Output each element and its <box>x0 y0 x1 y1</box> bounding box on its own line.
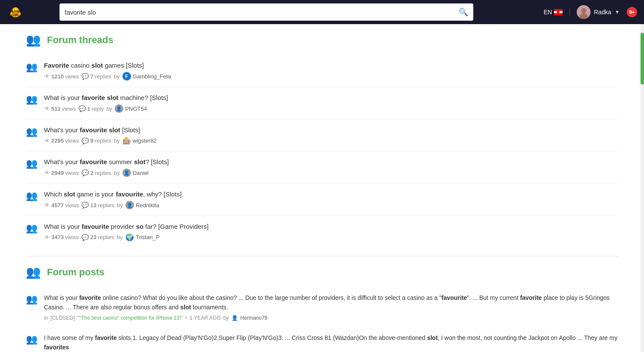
user-link[interactable]: 👤 Daniel <box>122 168 149 177</box>
reply-count: 23 <box>90 234 96 240</box>
chevron-down-icon: ▼ <box>615 9 620 15</box>
header: CASINO GURU 🔍 EN <box>0 0 644 24</box>
user-name: Radka <box>594 9 611 16</box>
thread-icon: 👥 <box>26 190 38 202</box>
by-label: by <box>117 234 123 240</box>
notification-badge[interactable]: 9+ <box>627 7 637 17</box>
reply-count: 2 <box>90 170 93 176</box>
reply-icon: 💬 <box>81 137 89 144</box>
username: wigster82 <box>133 137 157 144</box>
svg-rect-7 <box>554 9 563 11</box>
by-label: by <box>117 202 123 209</box>
thread-title[interactable]: Which slot game is your favourite, why? … <box>44 190 618 199</box>
post-tag: [CLOSED] <box>50 315 75 321</box>
thread-item: 👥 What's your favourite summer slot? [Sl… <box>26 151 618 184</box>
eye-icon: 👁 <box>44 105 50 112</box>
lang-label: EN <box>544 9 552 16</box>
by-label: by <box>114 170 120 176</box>
post-item: 👥 What is your favorite online casino? W… <box>26 287 618 327</box>
reply-count: 7 <box>90 73 93 80</box>
time-ago: 1 YEAR AGO <box>190 315 221 321</box>
user-menu[interactable]: Radka ▼ <box>577 5 620 19</box>
username: PNGT54 <box>125 106 147 112</box>
thread-meta: 👁 3473 views 💬 23 replies by 🌍 Tristan_P <box>44 233 618 241</box>
replies-meta: 💬 2 replies <box>81 169 111 176</box>
thread-meta: 👁 511 views 💬 1 reply by 👤 PNGT54 <box>44 104 618 113</box>
user-link[interactable]: F Gambling_Felix <box>122 72 172 81</box>
post-meta: in [CLOSED] ""The best casino" competiti… <box>44 315 618 321</box>
thread-icon: 👥 <box>26 126 38 137</box>
reply-icon: 💬 <box>81 73 89 80</box>
thread-title[interactable]: What is your favorite slot machine? [Slo… <box>44 93 618 102</box>
thread-item: 👥 What is your favourite provider so far… <box>26 216 618 247</box>
forum-posts-title: Forum posts <box>47 267 104 278</box>
thread-content: What is your favorite slot machine? [Slo… <box>44 93 618 113</box>
post-icon: 👥 <box>26 334 38 345</box>
view-count: 511 <box>51 106 61 112</box>
post-username[interactable]: Hermano79 <box>241 315 268 321</box>
notification-count: 9+ <box>629 9 635 15</box>
thread-title[interactable]: What is your favourite provider so far? … <box>44 222 618 231</box>
user-link[interactable]: 👤 Rednikita <box>125 201 159 209</box>
header-right: EN Radka ▼ 9+ <box>544 5 637 19</box>
views-meta: 👁 2949 views <box>44 169 79 176</box>
language-selector[interactable]: EN <box>544 9 569 16</box>
thread-content: Favorite casino slot games [Slots] 👁 121… <box>44 61 618 81</box>
forum-threads-icon: 👥 <box>26 33 41 47</box>
dot-separator: • <box>185 315 187 321</box>
search-input[interactable] <box>65 9 459 16</box>
thread-meta: 👁 1210 views 💬 7 replies by F Gambling_F… <box>44 72 618 81</box>
svg-point-9 <box>557 11 560 13</box>
thread-meta: 👁 4577 views 💬 13 replies by 👤 Rednikita <box>44 201 618 209</box>
svg-text:GURU: GURU <box>11 14 20 17</box>
thread-meta: 👁 2949 views 💬 2 replies by 👤 Daniel <box>44 168 618 177</box>
thread-content: What's your favourite summer slot? [Slot… <box>44 157 618 177</box>
by-label: by <box>114 137 120 144</box>
post-item: 👥 I have some of my favorite slots.1. Le… <box>26 327 618 352</box>
forum-posts-icon: 👥 <box>26 265 41 279</box>
main-content: 👥 Forum threads 👥 Favorite casino slot g… <box>0 24 644 352</box>
view-count: 4577 <box>51 202 64 209</box>
view-count: 3473 <box>51 234 64 240</box>
scrollbar[interactable] <box>641 24 644 352</box>
thread-item: 👥 What's your favourite slot [Slots] 👁 2… <box>26 119 618 151</box>
post-text[interactable]: I have some of my favorite slots.1. Lega… <box>44 333 618 352</box>
user-link[interactable]: 🌍 Tristan_P <box>125 233 159 241</box>
thread-title[interactable]: What's your favourite summer slot? [Slot… <box>44 157 618 166</box>
views-meta: 👁 3473 views <box>44 234 79 241</box>
eye-icon: 👁 <box>44 234 50 241</box>
user-link[interactable]: 👤 PNGT54 <box>115 104 147 113</box>
flag-icon <box>554 9 563 15</box>
thread-item: 👥 What is your favorite slot machine? [S… <box>26 87 618 119</box>
scroll-thumb[interactable] <box>641 33 644 84</box>
post-text[interactable]: What is your favorite online casino? Wha… <box>44 293 618 312</box>
search-button[interactable]: 🔍 <box>459 7 468 17</box>
section-divider <box>26 256 618 256</box>
post-source: in <box>44 315 48 321</box>
eye-icon: 👁 <box>44 73 50 80</box>
thread-icon: 👥 <box>26 62 38 73</box>
by-label: by <box>223 315 229 321</box>
post-source-title[interactable]: ""The best casino" competition for iPhon… <box>77 315 183 321</box>
user-avatar: 👤 <box>125 201 134 209</box>
user-avatar-emoji: 🎰 <box>122 137 131 145</box>
view-count: 2949 <box>51 170 64 176</box>
replies-meta: 💬 7 replies <box>81 73 111 80</box>
reply-icon: 💬 <box>81 169 89 176</box>
logo[interactable]: CASINO GURU <box>7 3 54 21</box>
user-link[interactable]: 🎰 wigster82 <box>122 137 157 145</box>
thread-icon: 👥 <box>26 158 38 169</box>
post-user-badge: 👤 <box>231 315 238 321</box>
by-label: by <box>106 106 113 112</box>
forum-posts-header: 👥 Forum posts <box>26 265 618 279</box>
username: Tristan_P <box>136 234 159 240</box>
svg-rect-8 <box>554 13 563 15</box>
reply-icon: 💬 <box>81 234 89 241</box>
user-avatar-emoji: 🌍 <box>125 233 134 241</box>
views-meta: 👁 4577 views <box>44 202 79 209</box>
thread-title[interactable]: Favorite casino slot games [Slots] <box>44 61 618 70</box>
thread-title[interactable]: What's your favourite slot [Slots] <box>44 125 618 134</box>
views-meta: 👁 1210 views <box>44 73 79 80</box>
page-wrapper: 👥 Forum threads 👥 Favorite casino slot g… <box>0 24 644 352</box>
reply-count: 9 <box>90 137 93 144</box>
